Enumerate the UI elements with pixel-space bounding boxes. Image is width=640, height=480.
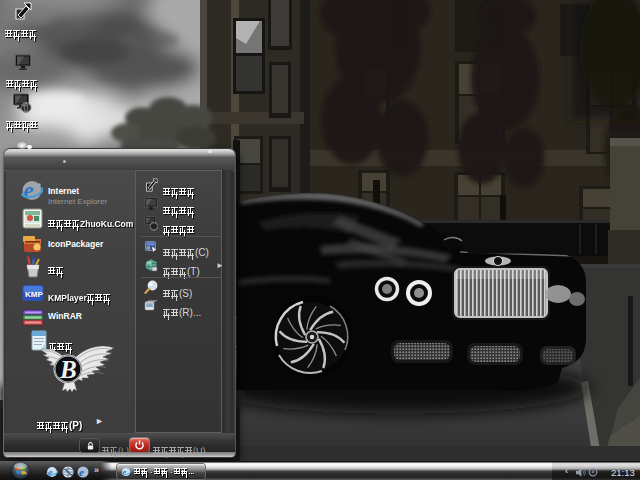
svg-text:e: e <box>48 466 53 478</box>
svg-text:B: B <box>59 356 77 383</box>
svg-text:KMP: KMP <box>25 290 43 299</box>
svg-text:e: e <box>79 466 84 478</box>
svg-text:e: e <box>24 179 34 202</box>
svg-text:e: e <box>122 467 126 477</box>
